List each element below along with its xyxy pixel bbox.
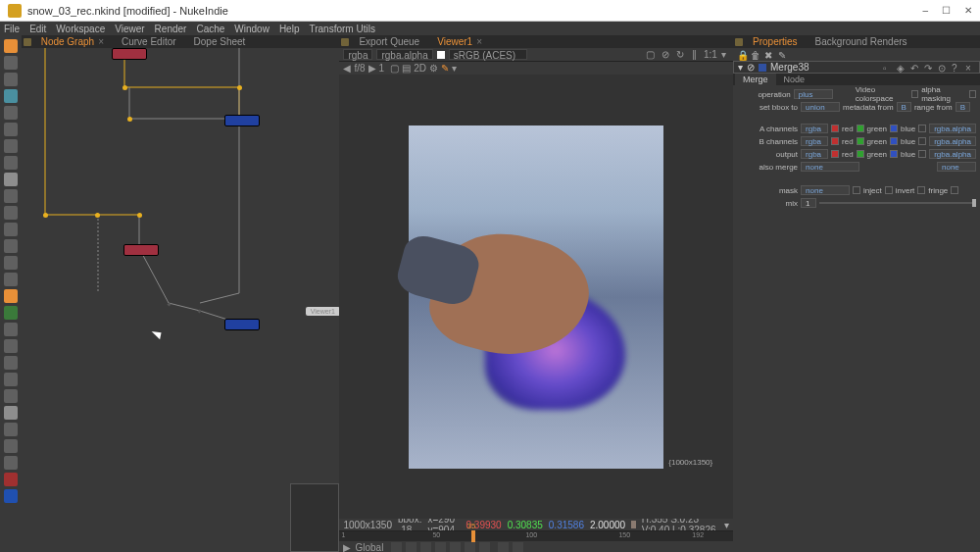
center-icon[interactable]: ◈ (897, 63, 906, 73)
tool-other12[interactable] (4, 473, 18, 486)
proxy-icon[interactable]: ▤ (402, 63, 411, 74)
also-merge-select-2[interactable]: none (937, 162, 976, 172)
tool-keyer[interactable] (4, 139, 18, 153)
out-alpha-select[interactable]: rgba.alpha (929, 149, 976, 159)
float-icon[interactable]: ▫ (883, 63, 893, 73)
node-read-2[interactable] (123, 244, 159, 256)
panel-handle-icon[interactable] (735, 38, 743, 46)
tool-deep[interactable] (4, 223, 18, 236)
video-colorspace-checkbox[interactable] (911, 90, 918, 98)
tool-other6[interactable] (4, 373, 18, 386)
a-alpha-checkbox[interactable] (918, 125, 926, 132)
maximize-button[interactable]: ☐ (942, 5, 951, 16)
wipe-icon[interactable]: ⊘ (660, 49, 670, 60)
mix-slider[interactable] (819, 202, 976, 204)
node-read[interactable] (112, 48, 147, 60)
tab-curve-editor[interactable]: Curve Editor (114, 36, 184, 48)
undo-icon[interactable]: ↶ (910, 63, 920, 73)
play-prev-button[interactable] (406, 542, 416, 552)
a-alpha-select[interactable]: rgba.alpha (929, 124, 976, 133)
invert-checkbox[interactable] (917, 186, 925, 194)
tool-other3[interactable] (4, 323, 18, 336)
output-select[interactable]: rgba (801, 149, 828, 159)
roi-icon[interactable]: ▢ (390, 63, 399, 74)
menu-cache[interactable]: Cache (196, 24, 224, 34)
a-channels-select[interactable]: rgba (801, 124, 828, 133)
tool-3d[interactable] (4, 189, 18, 203)
a-blue-checkbox[interactable] (890, 125, 898, 132)
tool-other13[interactable] (4, 489, 18, 503)
mix-value[interactable]: 1 (801, 198, 816, 208)
alpha-select[interactable]: rgba.alpha (376, 49, 432, 60)
bbox-select[interactable]: union (801, 102, 840, 112)
tool-other1[interactable] (4, 289, 18, 303)
a-red-checkbox[interactable] (831, 125, 839, 132)
menu-edit[interactable]: Edit (29, 24, 46, 34)
pause-icon[interactable]: ‖ (689, 49, 700, 60)
play-next-button[interactable] (465, 542, 475, 552)
a-green-checkbox[interactable] (857, 125, 864, 132)
alpha-masking-checkbox[interactable] (969, 90, 976, 98)
redo-icon[interactable]: ↷ (924, 63, 934, 73)
also-merge-select[interactable]: none (801, 162, 859, 172)
trash-icon[interactable]: 🗑 (751, 50, 760, 60)
tool-other5[interactable] (4, 356, 18, 370)
menu-viewer[interactable]: Viewer (115, 24, 144, 34)
tool-other2[interactable] (4, 306, 18, 320)
play-button[interactable] (450, 542, 461, 552)
b-red-checkbox[interactable] (831, 137, 839, 145)
menu-window[interactable]: Window (234, 24, 270, 34)
range-from-select[interactable]: B (956, 102, 970, 112)
b-alpha-checkbox[interactable] (918, 137, 926, 145)
mask-ch-checkbox[interactable] (853, 186, 860, 194)
tool-image[interactable] (4, 39, 18, 53)
loop-button[interactable] (498, 542, 509, 552)
play-first-button[interactable] (391, 542, 402, 552)
timeline-arrows[interactable]: ▶ (343, 542, 351, 553)
tab-viewer1[interactable]: Viewer1× (429, 36, 490, 48)
tool-color[interactable] (4, 106, 18, 120)
tool-transform[interactable] (4, 173, 18, 186)
operation-select[interactable]: plus (794, 89, 833, 99)
link-icon[interactable]: ⊘ (747, 62, 755, 73)
zoom-mode[interactable]: 2D (414, 63, 426, 74)
expand-icon[interactable]: ▾ (738, 62, 743, 73)
close-button[interactable]: ✕ (964, 5, 972, 16)
lock-icon[interactable] (513, 542, 523, 552)
chevron-down-icon[interactable]: ▾ (452, 63, 457, 74)
colorspace-select[interactable]: sRGB (ACES) (449, 49, 527, 60)
fstop-label[interactable]: f/8 (354, 63, 365, 74)
inject-checkbox[interactable] (885, 186, 893, 194)
clip-icon[interactable]: ▢ (645, 49, 656, 60)
tool-metadata[interactable] (4, 256, 18, 270)
pencil-icon[interactable]: ✎ (441, 63, 449, 74)
chevron-down-icon[interactable]: ▾ (724, 520, 729, 530)
tool-other4[interactable] (4, 339, 18, 353)
menu-render[interactable]: Render (155, 24, 187, 34)
settings-icon[interactable]: ⚙ (429, 63, 438, 74)
tool-other7[interactable] (4, 389, 18, 403)
timeline[interactable]: 1 50 100 150 192 35 ▶ Global (339, 530, 733, 552)
menu-transform-utils[interactable]: Transform Utils (309, 24, 374, 34)
tool-draw[interactable] (4, 56, 18, 70)
b-alpha-select[interactable]: rgba.alpha (929, 136, 976, 146)
tool-filter[interactable] (4, 123, 18, 136)
help-icon[interactable]: ? (952, 63, 961, 73)
tool-merge[interactable] (4, 156, 18, 170)
node-graph[interactable]: Viewer1 (22, 48, 340, 552)
b-green-checkbox[interactable] (857, 137, 864, 145)
tool-other10[interactable] (4, 439, 18, 453)
tool-toolsets[interactable] (4, 273, 18, 286)
revert-icon[interactable]: ⊙ (938, 63, 948, 73)
pencil-icon[interactable]: ✎ (778, 50, 788, 60)
tool-time[interactable] (4, 73, 18, 86)
tool-particles[interactable] (4, 206, 18, 220)
clear-icon[interactable]: ✖ (764, 50, 774, 60)
tab-properties[interactable]: Properties (745, 36, 806, 48)
node-graph-overview[interactable] (290, 483, 339, 552)
minimize-button[interactable]: – (922, 5, 928, 16)
tab-dope-sheet[interactable]: Dope Sheet (186, 36, 254, 48)
node-merge-1[interactable] (224, 115, 260, 126)
out-red-checkbox[interactable] (831, 150, 839, 158)
viewer-node-label[interactable]: Viewer1 (306, 307, 340, 316)
